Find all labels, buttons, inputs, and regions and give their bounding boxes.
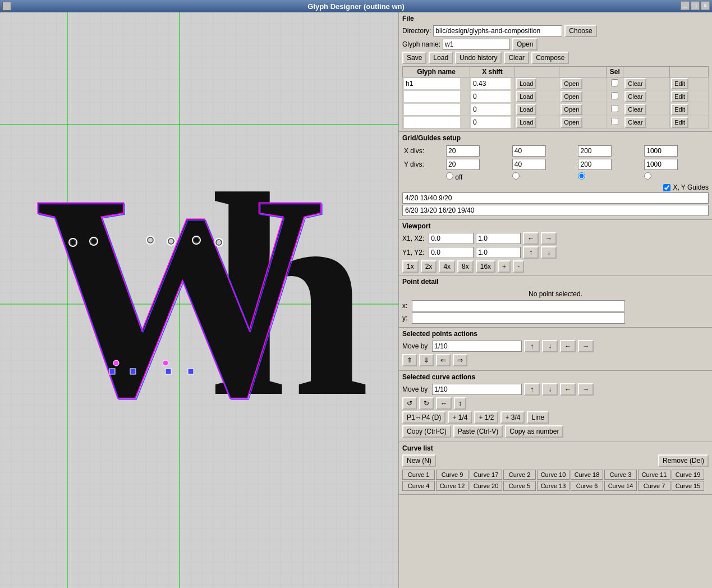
points-down[interactable]: ↓ <box>542 340 558 352</box>
curve-item[interactable]: Curve 18 <box>571 470 603 480</box>
line-button[interactable]: Line <box>527 411 549 424</box>
open-button[interactable]: Open <box>512 38 538 50</box>
canvas-area[interactable] <box>0 12 398 588</box>
maximize-button[interactable]: □ <box>691 1 700 10</box>
minimize-button[interactable]: _ <box>681 1 690 10</box>
radio-3[interactable] <box>578 172 585 180</box>
xshift-cell-1[interactable] <box>471 91 511 102</box>
curve-move-input[interactable] <box>432 384 522 395</box>
load-button[interactable]: Load <box>429 52 453 64</box>
points-align-left[interactable]: ⇐ <box>436 354 451 366</box>
open-row-0[interactable]: Open <box>561 78 582 89</box>
plus-3-4-button[interactable]: + 3/4 <box>500 411 525 424</box>
curve-item[interactable]: Curve 2 <box>503 470 536 480</box>
edit-row-2[interactable]: Edit <box>671 104 688 115</box>
curve-flip-v[interactable]: ↕ <box>454 397 466 410</box>
radio-off[interactable] <box>446 172 453 180</box>
window-controls[interactable]: _ □ × <box>681 1 710 10</box>
xshift-cell-3[interactable] <box>471 117 511 128</box>
glyph-name-cell-2[interactable] <box>404 104 460 115</box>
y-div-2[interactable] <box>512 159 546 170</box>
glyph-name-cell-1[interactable] <box>404 91 460 102</box>
undo-history-button[interactable]: Undo history <box>455 52 502 64</box>
close-button[interactable]: × <box>701 1 710 10</box>
open-row-1[interactable]: Open <box>561 91 582 102</box>
points-left[interactable]: ← <box>560 340 576 352</box>
remove-curve-button[interactable]: Remove (Del) <box>658 454 709 467</box>
curve-item[interactable]: Curve 20 <box>470 481 502 491</box>
x-div-4[interactable] <box>644 145 678 157</box>
curve-item[interactable]: Curve 6 <box>571 481 603 491</box>
y-div-1[interactable] <box>446 159 480 170</box>
curve-item[interactable]: Curve 1 <box>402 470 435 480</box>
y-up-button[interactable]: ↑ <box>523 246 539 259</box>
zoom-4x[interactable]: 4x <box>439 260 455 273</box>
y1-input[interactable] <box>429 247 474 258</box>
x-div-1[interactable] <box>446 145 480 157</box>
zoom-8x[interactable]: 8x <box>457 260 474 273</box>
curve-item[interactable]: Curve 4 <box>402 481 435 491</box>
curve-item[interactable]: Curve 11 <box>638 470 670 480</box>
points-right[interactable]: → <box>578 340 594 352</box>
open-row-3[interactable]: Open <box>561 117 582 128</box>
curve-item[interactable]: Curve 9 <box>436 470 468 480</box>
glyph-canvas[interactable] <box>0 12 398 588</box>
clear-button[interactable]: Clear <box>504 52 529 64</box>
clear-row-2[interactable]: Clear <box>624 104 646 115</box>
plus-1-2-button[interactable]: + 1/2 <box>474 411 498 424</box>
curve-down[interactable]: ↓ <box>542 383 558 396</box>
load-row-1[interactable]: Load <box>516 91 536 102</box>
copy-button[interactable]: Copy (Ctrl-C) <box>402 425 451 438</box>
zoom-16x[interactable]: 16x <box>476 260 495 273</box>
sel-checkbox-3[interactable] <box>611 118 618 125</box>
curve-ccw[interactable]: ↺ <box>402 397 417 410</box>
edit-row-0[interactable]: Edit <box>671 78 688 89</box>
x2-input[interactable] <box>476 233 521 244</box>
points-double-down[interactable]: ⇓ <box>419 354 434 366</box>
zoom-1x[interactable]: 1x <box>402 260 419 273</box>
curve-cw[interactable]: ↻ <box>419 397 434 410</box>
p1p4-button[interactable]: P1↔P4 (D) <box>402 411 445 424</box>
sel-checkbox-2[interactable] <box>611 105 618 112</box>
x1-input[interactable] <box>429 233 474 244</box>
points-double-up[interactable]: ⇑ <box>402 354 417 366</box>
curve-item[interactable]: Curve 14 <box>604 481 637 491</box>
clear-row-0[interactable]: Clear <box>624 78 646 89</box>
x-right-button[interactable]: → <box>541 232 557 245</box>
glyph-name-cell-0[interactable] <box>404 78 460 89</box>
clear-row-3[interactable]: Clear <box>624 117 646 128</box>
edit-row-1[interactable]: Edit <box>671 91 688 102</box>
curve-up[interactable]: ↑ <box>524 383 540 396</box>
compose-button[interactable]: Compose <box>531 52 569 64</box>
curve-right[interactable]: → <box>578 383 594 396</box>
zoom-plus[interactable]: + <box>498 260 511 273</box>
glyph-name-input[interactable] <box>443 39 510 50</box>
points-align-right[interactable]: ⇒ <box>453 354 467 366</box>
guide-line-2[interactable]: 6/20 13/20 16/20 19/40 <box>402 205 709 216</box>
y-div-4[interactable] <box>644 159 678 170</box>
radio-2[interactable] <box>512 172 520 180</box>
curve-item[interactable]: Curve 19 <box>672 470 704 480</box>
y-down-button[interactable]: ↓ <box>541 246 557 259</box>
plus-1-4-button[interactable]: + 1/4 <box>448 411 472 424</box>
curve-flip-h[interactable]: ↔ <box>436 397 452 410</box>
zoom-minus[interactable]: - <box>513 260 524 273</box>
curve-left[interactable]: ← <box>560 383 576 396</box>
x-left-button[interactable]: ← <box>523 232 539 245</box>
sel-checkbox-0[interactable] <box>611 79 618 86</box>
points-up[interactable]: ↑ <box>524 340 540 352</box>
curve-item[interactable]: Curve 17 <box>470 470 502 480</box>
xshift-cell-2[interactable] <box>471 104 511 115</box>
load-row-3[interactable]: Load <box>516 117 536 128</box>
y-input[interactable] <box>412 313 625 324</box>
sel-checkbox-1[interactable] <box>611 92 618 99</box>
curve-item[interactable]: Curve 3 <box>604 470 637 480</box>
save-button[interactable]: Save <box>402 52 426 64</box>
curve-item[interactable]: Curve 13 <box>537 481 569 491</box>
y-div-3[interactable] <box>578 159 612 170</box>
open-row-2[interactable]: Open <box>561 104 582 115</box>
paste-button[interactable]: Paste (Ctrl-V) <box>453 425 503 438</box>
zoom-2x[interactable]: 2x <box>421 260 437 273</box>
x-div-2[interactable] <box>512 145 546 157</box>
y2-input[interactable] <box>476 247 521 258</box>
